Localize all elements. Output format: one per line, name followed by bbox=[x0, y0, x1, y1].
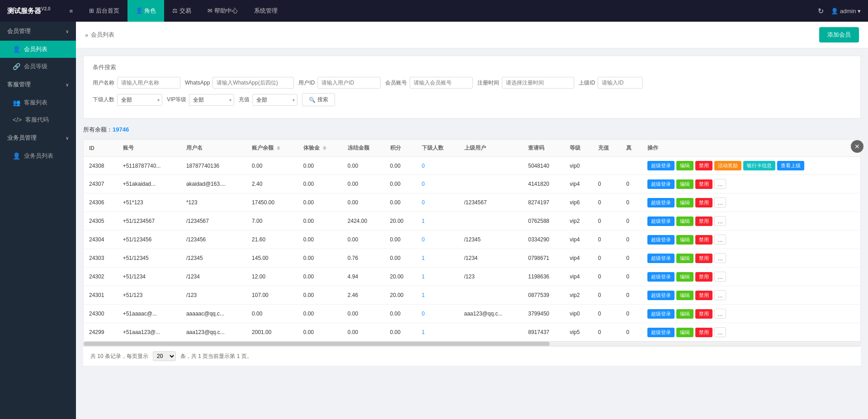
nav-item-help[interactable]: ✉ 帮助中心 bbox=[199, 0, 246, 22]
top-nav-menu: ≡ ⊞ 后台首页 👤 角色 ⚖ 交易 ✉ 帮助中心 系统管理 bbox=[61, 0, 818, 22]
sidebar-group-member[interactable]: 会员管理 ∨ bbox=[0, 22, 76, 41]
action-禁用-button[interactable]: 禁用 bbox=[695, 254, 712, 263]
nav-menu-icon[interactable]: ≡ bbox=[61, 0, 81, 22]
action-编辑-button[interactable]: 编辑 bbox=[676, 235, 693, 245]
sidebar-item-service-code[interactable]: </> 客服代码 bbox=[0, 111, 76, 128]
action-禁用-button[interactable]: 禁用 bbox=[695, 309, 712, 319]
cell-recharge: 0 bbox=[593, 323, 621, 342]
sidebar-item-member-level[interactable]: 🔗 会员等级 bbox=[0, 58, 76, 75]
close-button[interactable]: ✕ bbox=[851, 140, 863, 153]
table-row: 24301 +51/123 /123 107.00 0.00 2.46 20.0… bbox=[84, 286, 860, 305]
more-actions-button[interactable]: ... bbox=[714, 198, 726, 207]
subordinate-link[interactable]: 1 bbox=[422, 218, 425, 224]
action-禁用-button[interactable]: 禁用 bbox=[695, 235, 712, 245]
action-编辑-button[interactable]: 编辑 bbox=[676, 328, 693, 337]
more-actions-button[interactable]: ... bbox=[714, 309, 726, 319]
user-menu[interactable]: 👤 admin ▾ bbox=[831, 8, 861, 14]
nav-item-transaction[interactable]: ⚖ 交易 bbox=[164, 0, 199, 22]
whatsapp-input[interactable] bbox=[212, 77, 294, 89]
action-编辑-button[interactable]: 编辑 bbox=[676, 254, 693, 263]
cell-balance: 12.00 bbox=[246, 268, 298, 286]
more-actions-button[interactable]: ... bbox=[714, 216, 726, 226]
subordinate-link[interactable]: 0 bbox=[422, 163, 425, 169]
vip-select[interactable]: 全部 bbox=[189, 94, 234, 106]
action-编辑-button[interactable]: 编辑 bbox=[676, 161, 693, 170]
subordinate-link[interactable]: 0 bbox=[422, 236, 425, 243]
action-禁用-button[interactable]: 禁用 bbox=[695, 161, 712, 170]
action-编辑-button[interactable]: 编辑 bbox=[676, 309, 693, 319]
more-actions-button[interactable]: ... bbox=[714, 179, 726, 189]
action-银行卡信息-button[interactable]: 银行卡信息 bbox=[743, 161, 775, 170]
cell-id: 24302 bbox=[84, 268, 118, 286]
sidebar-item-salesperson-list[interactable]: 👤 业务员列表 bbox=[0, 147, 76, 165]
action-活动奖励-button[interactable]: 活动奖励 bbox=[714, 161, 741, 170]
action-超级登录-button[interactable]: 超级登录 bbox=[647, 198, 675, 207]
recharge-select[interactable]: 全部 bbox=[252, 94, 297, 106]
cell-balance: 0.00 bbox=[246, 157, 298, 175]
action-buttons: 超级登录编辑禁用... bbox=[647, 327, 855, 337]
subordinate-link[interactable]: 1 bbox=[422, 273, 425, 280]
more-actions-button[interactable]: ... bbox=[714, 290, 726, 300]
nav-item-dashboard[interactable]: ⊞ 后台首页 bbox=[81, 0, 127, 22]
whatsapp-label: WhatsApp bbox=[185, 80, 210, 86]
action-编辑-button[interactable]: 编辑 bbox=[676, 291, 693, 300]
action-禁用-button[interactable]: 禁用 bbox=[695, 179, 712, 189]
action-编辑-button[interactable]: 编辑 bbox=[676, 272, 693, 282]
action-禁用-button[interactable]: 禁用 bbox=[695, 328, 712, 337]
action-禁用-button[interactable]: 禁用 bbox=[695, 198, 712, 207]
action-超级登录-button[interactable]: 超级登录 bbox=[647, 217, 675, 226]
sidebar-item-member-list[interactable]: 👤 会员列表 bbox=[0, 41, 76, 58]
subordinate-link[interactable]: 1 bbox=[422, 329, 425, 335]
more-actions-button[interactable]: ... bbox=[714, 235, 726, 245]
cell-actions: 超级登录编辑禁用... bbox=[642, 193, 860, 212]
action-超级登录-button[interactable]: 超级登录 bbox=[647, 179, 675, 189]
nav-item-sysadmin[interactable]: 系统管理 bbox=[246, 0, 286, 22]
refresh-icon[interactable]: ↻ bbox=[818, 7, 824, 15]
nav-item-role[interactable]: 👤 角色 bbox=[127, 0, 165, 22]
action-编辑-button[interactable]: 编辑 bbox=[676, 198, 693, 207]
action-查看上级-button[interactable]: 查看上级 bbox=[777, 161, 804, 170]
action-禁用-button[interactable]: 禁用 bbox=[695, 272, 712, 282]
more-actions-button[interactable]: ... bbox=[714, 272, 726, 282]
more-actions-button[interactable]: ... bbox=[714, 253, 726, 263]
cell-id: 24301 bbox=[84, 286, 118, 305]
username-input[interactable] bbox=[117, 77, 180, 89]
table-row: 24308 +5118787740... 18787740136 0.00 0.… bbox=[84, 157, 860, 175]
sidebar-item-service-list[interactable]: 👥 客服列表 bbox=[0, 94, 76, 111]
action-编辑-button[interactable]: 编辑 bbox=[676, 179, 693, 189]
search-button[interactable]: 🔍 搜索 bbox=[302, 93, 335, 106]
action-超级登录-button[interactable]: 超级登录 bbox=[647, 291, 675, 300]
action-编辑-button[interactable]: 编辑 bbox=[676, 217, 693, 226]
cell-points: 20.00 bbox=[385, 268, 416, 286]
regtime-input[interactable] bbox=[502, 77, 574, 89]
action-禁用-button[interactable]: 禁用 bbox=[695, 217, 712, 226]
cell-invite-code: 8917437 bbox=[523, 323, 564, 342]
page-size-select[interactable]: 20 50 100 bbox=[153, 351, 176, 361]
table-scroll-bar[interactable] bbox=[84, 341, 860, 346]
userid-input[interactable] bbox=[317, 77, 381, 89]
account-input[interactable] bbox=[410, 77, 473, 89]
action-禁用-button[interactable]: 禁用 bbox=[695, 291, 712, 300]
action-buttons: 超级登录编辑禁用... bbox=[647, 198, 855, 207]
subordinate-link[interactable]: 0 bbox=[422, 181, 425, 187]
sidebar-group-salesperson[interactable]: 业务员管理 ∨ bbox=[0, 128, 76, 147]
add-member-button[interactable]: 添加会员 bbox=[819, 27, 859, 42]
action-超级登录-button[interactable]: 超级登录 bbox=[647, 254, 675, 263]
subordinate-link[interactable]: 0 bbox=[422, 311, 425, 317]
action-超级登录-button[interactable]: 超级登录 bbox=[647, 272, 675, 282]
more-actions-button[interactable]: ... bbox=[714, 327, 726, 337]
parentid-input[interactable] bbox=[598, 77, 643, 89]
sidebar-group-service[interactable]: 客服管理 ∨ bbox=[0, 75, 76, 94]
col-points: 积分 bbox=[385, 140, 416, 157]
action-buttons: 超级登录编辑禁用... bbox=[647, 309, 855, 319]
subordinate-link[interactable]: 1 bbox=[422, 292, 425, 298]
action-超级登录-button[interactable]: 超级登录 bbox=[647, 161, 675, 170]
top-right: ↻ 👤 admin ▾ bbox=[818, 7, 861, 15]
subordinate-select[interactable]: 全部 bbox=[117, 94, 162, 106]
action-超级登录-button[interactable]: 超级登录 bbox=[647, 235, 675, 245]
subordinate-link[interactable]: 1 bbox=[422, 255, 425, 261]
subordinate-link[interactable]: 0 bbox=[422, 199, 425, 206]
action-超级登录-button[interactable]: 超级登录 bbox=[647, 309, 675, 319]
action-超级登录-button[interactable]: 超级登录 bbox=[647, 328, 675, 337]
cell-id: 24308 bbox=[84, 157, 118, 175]
